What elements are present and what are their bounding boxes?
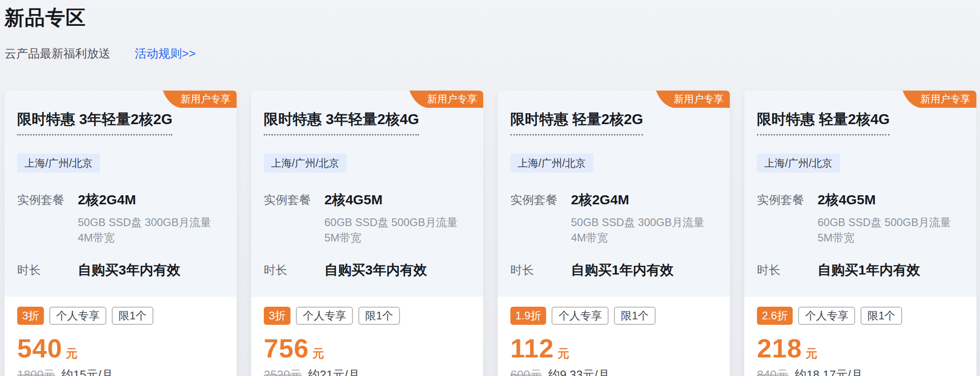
card-price-section: 1.9折 个人专享 限1个 112 元 600元 约9.33元/月: [498, 297, 730, 376]
spec-value: 2核2G4M: [571, 191, 704, 209]
spec-value-block: 2核4G5M 60GB SSD盘 500GB月流量 5M带宽: [818, 191, 951, 246]
duration-value: 自购买3年内有效: [324, 261, 427, 280]
spec-row: 实例套餐 2核4G5M 60GB SSD盘 500GB月流量 5M带宽: [264, 191, 471, 246]
region-tag: 上海/广州/北京: [510, 154, 593, 173]
price-number: 540: [17, 333, 62, 363]
spec-detail: 60GB SSD盘 500GB月流量 5M带宽: [324, 215, 458, 246]
original-price: 2520元: [264, 367, 302, 376]
spec-detail: 50GB SSD盘 300GB月流量 4M带宽: [78, 215, 211, 246]
duration-row: 时长 自购买3年内有效: [17, 261, 224, 280]
discount-badge: 3折: [17, 307, 44, 325]
price-number: 218: [757, 333, 802, 363]
activity-rules-link[interactable]: 活动规则>>: [135, 46, 195, 62]
duration-label: 时长: [264, 261, 324, 280]
new-products-section: 新品专区 云产品最新福利放送 活动规则>> 新用户专享 限时特惠 3年轻量2核2…: [0, 0, 980, 376]
new-user-ribbon-badge: 新用户专享: [409, 91, 483, 108]
spec-row: 实例套餐 2核2G4M 50GB SSD盘 300GB月流量 4M带宽: [510, 191, 717, 246]
product-card[interactable]: 新用户专享 限时特惠 轻量2核2G 上海/广州/北京 实例套餐 2核2G4M 5…: [498, 91, 730, 376]
old-price-row: 1800元 约15元/月: [17, 367, 224, 376]
duration-label: 时长: [757, 261, 818, 280]
product-card[interactable]: 新用户专享 限时特惠 3年轻量2核2G 上海/广州/北京 实例套餐 2核2G4M…: [5, 91, 237, 376]
card-title-text: 限时特惠 轻量2核4G: [757, 110, 890, 135]
spec-label: 实例套餐: [510, 191, 571, 246]
badge-row: 3折 个人专享 限1个: [17, 307, 224, 325]
badge-row: 3折 个人专享 限1个: [264, 307, 471, 325]
spec-value: 2核4G5M: [818, 191, 951, 209]
duration-label: 时长: [17, 261, 78, 280]
badge-row: 2.6折 个人专享 限1个: [757, 307, 964, 325]
spec-detail-line: 4M带宽: [571, 230, 704, 246]
product-card[interactable]: 新用户专享 限时特惠 3年轻量2核4G 上海/广州/北京 实例套餐 2核4G5M…: [251, 91, 483, 376]
spec-value: 2核2G4M: [78, 191, 211, 209]
spec-detail-line: 60GB SSD盘 500GB月流量: [324, 215, 458, 230]
old-price-row: 2520元 约21元/月: [264, 367, 471, 376]
price-unit: 元: [558, 346, 570, 362]
spec-detail-line: 60GB SSD盘 500GB月流量: [818, 215, 951, 230]
badge-row: 1.9折 个人专享 限1个: [510, 307, 717, 325]
old-price-row: 840元 约18.17元/月: [757, 367, 964, 376]
card-top-section: 新用户专享 限时特惠 3年轻量2核4G 上海/广州/北京 实例套餐 2核4G5M…: [251, 91, 483, 297]
spec-label: 实例套餐: [17, 191, 78, 246]
card-top-section: 新用户专享 限时特惠 轻量2核4G 上海/广州/北京 实例套餐 2核4G5M 6…: [744, 91, 976, 297]
card-top-section: 新用户专享 限时特惠 轻量2核2G 上海/广州/北京 实例套餐 2核2G4M 5…: [498, 91, 730, 297]
spec-label: 实例套餐: [264, 191, 324, 246]
new-user-ribbon-badge: 新用户专享: [656, 91, 730, 108]
personal-only-tag: 个人专享: [49, 307, 106, 325]
limit-one-tag: 限1个: [614, 307, 655, 325]
spec-detail-line: 50GB SSD盘 300GB月流量: [78, 215, 211, 230]
price-row: 756 元: [264, 333, 471, 363]
new-user-ribbon-badge: 新用户专享: [163, 91, 237, 108]
spec-value-block: 2核4G5M 60GB SSD盘 500GB月流量 5M带宽: [324, 191, 458, 246]
new-user-ribbon-badge: 新用户专享: [903, 91, 976, 108]
limit-one-tag: 限1个: [861, 307, 902, 325]
duration-row: 时长 自购买1年内有效: [757, 261, 964, 280]
spec-detail-line: 50GB SSD盘 300GB月流量: [571, 215, 704, 230]
original-price: 600元: [510, 367, 542, 376]
monthly-price: 约18.17元/月: [794, 367, 862, 376]
card-top-section: 新用户专享 限时特惠 3年轻量2核2G 上海/广州/北京 实例套餐 2核2G4M…: [5, 91, 237, 297]
personal-only-tag: 个人专享: [552, 307, 609, 325]
original-price: 1800元: [17, 367, 55, 376]
spec-detail: 50GB SSD盘 300GB月流量 4M带宽: [571, 215, 704, 246]
card-title-text: 限时特惠 3年轻量2核4G: [264, 110, 419, 135]
card-title-text: 限时特惠 轻量2核2G: [510, 110, 643, 135]
spec-value: 2核4G5M: [324, 191, 458, 209]
region-tag: 上海/广州/北京: [757, 154, 840, 173]
spec-detail-line: 5M带宽: [324, 230, 458, 246]
spec-row: 实例套餐 2核4G5M 60GB SSD盘 500GB月流量 5M带宽: [757, 191, 964, 246]
limit-one-tag: 限1个: [358, 307, 400, 325]
page-subtitle: 云产品最新福利放送: [5, 46, 110, 62]
card-title-text: 限时特惠 3年轻量2核2G: [17, 110, 172, 135]
card-price-section: 3折 个人专享 限1个 756 元 2520元 约21元/月: [251, 297, 483, 376]
personal-only-tag: 个人专享: [296, 307, 353, 325]
product-card[interactable]: 新用户专享 限时特惠 轻量2核4G 上海/广州/北京 实例套餐 2核4G5M 6…: [744, 91, 976, 376]
original-price: 840元: [757, 367, 788, 376]
duration-value: 自购买3年内有效: [78, 261, 181, 280]
old-price-row: 600元 约9.33元/月: [510, 367, 717, 376]
price-row: 218 元: [757, 333, 964, 363]
price-row: 540 元: [17, 333, 224, 363]
monthly-price: 约9.33元/月: [548, 367, 609, 376]
price-unit: 元: [66, 346, 78, 362]
discount-badge: 2.6折: [757, 307, 793, 325]
monthly-price: 约15元/月: [62, 367, 113, 376]
monthly-price: 约21元/月: [308, 367, 360, 376]
personal-only-tag: 个人专享: [798, 307, 855, 325]
spec-label: 实例套餐: [757, 191, 818, 246]
spec-row: 实例套餐 2核2G4M 50GB SSD盘 300GB月流量 4M带宽: [17, 191, 224, 246]
price-row: 112 元: [510, 333, 717, 363]
price-unit: 元: [313, 346, 324, 362]
subtitle-row: 云产品最新福利放送 活动规则>>: [5, 46, 976, 62]
spec-value-block: 2核2G4M 50GB SSD盘 300GB月流量 4M带宽: [571, 191, 704, 246]
duration-value: 自购买1年内有效: [818, 261, 920, 280]
duration-label: 时长: [510, 261, 571, 280]
page-title: 新品专区: [5, 5, 976, 31]
price-unit: 元: [806, 346, 818, 362]
spec-value-block: 2核2G4M 50GB SSD盘 300GB月流量 4M带宽: [78, 191, 211, 246]
card-price-section: 3折 个人专享 限1个 540 元 1800元 约15元/月: [5, 297, 237, 376]
price-number: 112: [510, 333, 554, 363]
discount-badge: 3折: [264, 307, 290, 325]
region-tag: 上海/广州/北京: [17, 154, 100, 173]
price-number: 756: [264, 333, 309, 363]
duration-row: 时长 自购买1年内有效: [510, 261, 717, 280]
